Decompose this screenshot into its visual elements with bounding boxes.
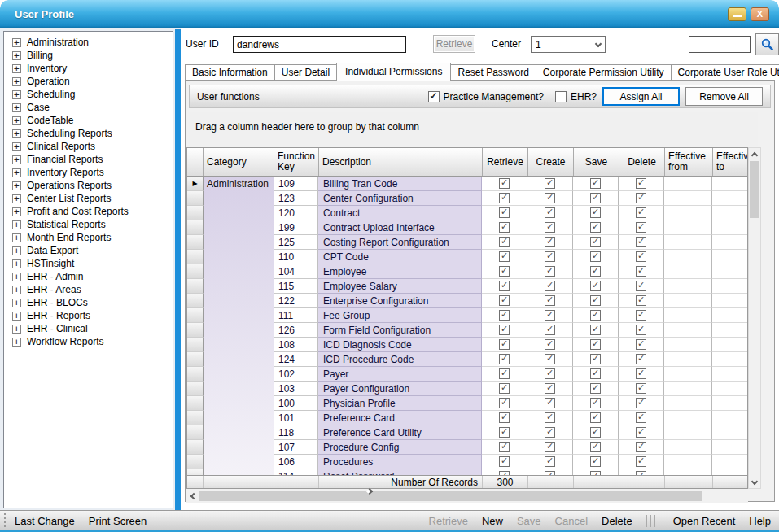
- save-checkbox[interactable]: [590, 339, 601, 350]
- category-cell[interactable]: [204, 352, 274, 367]
- tab-corporate-permission-utility[interactable]: Corporate Permission Utility: [536, 64, 672, 80]
- retrieve-checkbox[interactable]: [499, 354, 510, 364]
- expand-icon[interactable]: [12, 325, 21, 334]
- function-key-cell[interactable]: 100: [274, 396, 318, 411]
- column-header-create[interactable]: Create: [528, 148, 574, 176]
- description-cell[interactable]: Form Field Configuration: [318, 323, 482, 338]
- delete-checkbox[interactable]: [636, 281, 646, 291]
- effective-from-cell[interactable]: [664, 425, 712, 440]
- effective-from-cell[interactable]: [664, 411, 712, 425]
- retrieve-checkbox[interactable]: [499, 310, 510, 321]
- create-checkbox[interactable]: [545, 339, 555, 350]
- create-checkbox[interactable]: [545, 325, 555, 335]
- effective-to-cell[interactable]: [712, 206, 747, 220]
- effective-to-cell[interactable]: [712, 455, 747, 469]
- delete-checkbox[interactable]: [636, 427, 646, 438]
- search-input[interactable]: [689, 36, 751, 53]
- retrieve-checkbox[interactable]: [499, 442, 510, 452]
- delete-checkbox[interactable]: [636, 412, 646, 423]
- effective-to-cell[interactable]: [712, 279, 747, 294]
- description-cell[interactable]: Contract Upload Interface: [318, 220, 482, 235]
- delete-checkbox[interactable]: [636, 310, 646, 321]
- category-cell[interactable]: [204, 455, 274, 469]
- table-row[interactable]: 118Preference Card Utility: [187, 425, 747, 440]
- description-cell[interactable]: Preference Card: [318, 411, 482, 425]
- description-cell[interactable]: Physician Profile: [318, 396, 482, 411]
- delete-checkbox[interactable]: [636, 193, 646, 203]
- table-row[interactable]: 102Payer: [187, 367, 747, 382]
- function-key-cell[interactable]: 118: [274, 425, 318, 440]
- save-checkbox[interactable]: [590, 207, 601, 218]
- ehr-checkbox[interactable]: [555, 91, 567, 102]
- delete-checkbox[interactable]: [636, 471, 646, 475]
- function-key-cell[interactable]: 103: [274, 382, 318, 396]
- expand-icon[interactable]: [12, 338, 21, 347]
- delete-checkbox[interactable]: [636, 354, 646, 364]
- create-checkbox[interactable]: [545, 222, 555, 233]
- table-row[interactable]: 114Reset Password: [187, 469, 747, 475]
- close-button[interactable]: X: [751, 7, 769, 21]
- expand-icon[interactable]: [12, 220, 21, 229]
- table-row[interactable]: 120Contract: [187, 206, 747, 220]
- effective-from-cell[interactable]: [664, 440, 712, 455]
- sidebar-item-workflow-reports[interactable]: Workflow Reports: [4, 335, 173, 348]
- function-key-cell[interactable]: 199: [274, 220, 318, 235]
- sidebar-item-ehr-areas[interactable]: EHR - Areas: [4, 283, 173, 296]
- row-indicator-cell[interactable]: [187, 191, 204, 206]
- delete-checkbox[interactable]: [636, 222, 646, 233]
- description-cell[interactable]: ICD Diagnosis Code: [318, 338, 482, 352]
- table-row[interactable]: 101Preference Card: [187, 411, 747, 425]
- retrieve-checkbox[interactable]: [499, 295, 510, 306]
- sidebar-item-financial-reports[interactable]: Financial Reports: [4, 153, 173, 166]
- save-checkbox[interactable]: [590, 398, 601, 408]
- sidebar-item-ehr-reports[interactable]: EHR - Reports: [4, 309, 173, 322]
- category-cell[interactable]: Administration: [204, 177, 274, 191]
- create-checkbox[interactable]: [545, 251, 555, 262]
- function-key-cell[interactable]: 109: [274, 177, 318, 191]
- effective-to-cell[interactable]: [712, 352, 747, 367]
- effective-from-cell[interactable]: [664, 177, 712, 191]
- retrieve-checkbox[interactable]: [499, 251, 510, 262]
- table-row[interactable]: 123Center Configuration: [187, 191, 747, 206]
- save-checkbox[interactable]: [590, 251, 601, 262]
- create-checkbox[interactable]: [545, 383, 555, 394]
- description-cell[interactable]: Enterprise Configuration: [318, 294, 482, 308]
- sidebar-item-scheduling[interactable]: Scheduling: [4, 88, 173, 101]
- panel-splitter[interactable]: [175, 29, 181, 510]
- create-checkbox[interactable]: [545, 207, 555, 218]
- effective-from-cell[interactable]: [664, 191, 712, 206]
- category-cell[interactable]: [204, 250, 274, 264]
- row-indicator-cell[interactable]: [187, 367, 204, 382]
- effective-to-cell[interactable]: [712, 469, 747, 475]
- description-cell[interactable]: Employee Salary: [318, 279, 482, 294]
- save-checkbox[interactable]: [590, 368, 601, 379]
- expand-icon[interactable]: [12, 312, 21, 321]
- tab-basic-information[interactable]: Basic Information: [185, 64, 275, 80]
- category-cell[interactable]: [204, 469, 274, 475]
- table-row[interactable]: 125Costing Report Configuration: [187, 235, 747, 250]
- statusbar-button-last-change[interactable]: Last Change: [15, 515, 75, 527]
- scroll-up-button[interactable]: [749, 148, 761, 160]
- delete-checkbox[interactable]: [636, 325, 646, 335]
- sidebar-item-operation[interactable]: Operation: [4, 75, 173, 88]
- description-cell[interactable]: Payer: [318, 367, 482, 382]
- retrieve-checkbox[interactable]: [499, 207, 510, 218]
- save-checkbox[interactable]: [590, 193, 601, 203]
- category-cell[interactable]: [204, 191, 274, 206]
- description-cell[interactable]: Employee: [318, 264, 482, 279]
- description-cell[interactable]: ICD Procedure Code: [318, 352, 482, 367]
- description-cell[interactable]: CPT Code: [318, 250, 482, 264]
- delete-checkbox[interactable]: [636, 398, 646, 408]
- save-checkbox[interactable]: [590, 281, 601, 291]
- function-key-cell[interactable]: 123: [274, 191, 318, 206]
- effective-to-cell[interactable]: [712, 440, 747, 455]
- category-cell[interactable]: [204, 264, 274, 279]
- effective-to-cell[interactable]: [712, 235, 747, 250]
- row-indicator-cell[interactable]: [187, 294, 204, 308]
- expand-icon[interactable]: [12, 129, 21, 138]
- row-indicator-cell[interactable]: [187, 235, 204, 250]
- retrieve-checkbox[interactable]: [499, 325, 510, 335]
- expand-icon[interactable]: [12, 233, 21, 242]
- retrieve-checkbox[interactable]: [499, 193, 510, 203]
- save-checkbox[interactable]: [590, 354, 601, 364]
